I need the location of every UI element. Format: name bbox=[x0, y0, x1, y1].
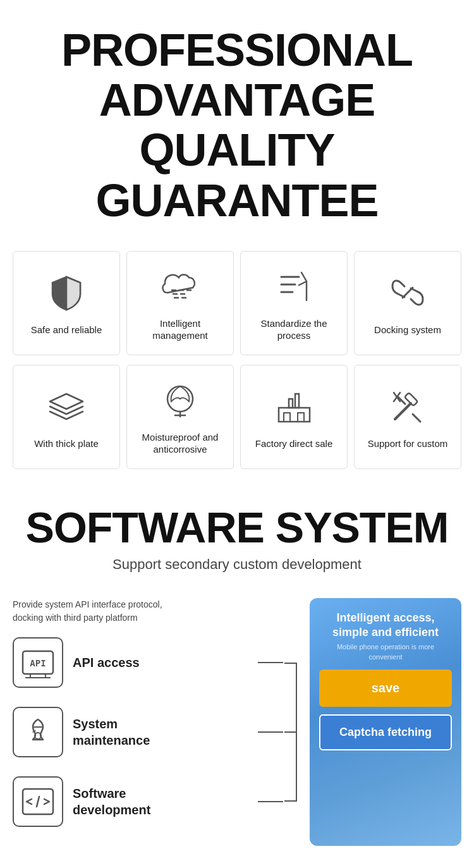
bottom-content: Provide system API interface protocol, d… bbox=[0, 598, 474, 865]
feature-software: Software development bbox=[13, 776, 297, 827]
tools-icon bbox=[386, 384, 430, 429]
svg-line-35 bbox=[37, 797, 39, 807]
svg-line-23 bbox=[413, 414, 420, 422]
svg-rect-18 bbox=[298, 413, 304, 422]
svg-line-21 bbox=[395, 403, 411, 419]
code-icon bbox=[20, 784, 56, 819]
shield-icon bbox=[44, 271, 88, 315]
cloud-settings-icon bbox=[158, 264, 202, 309]
maintenance-icon bbox=[20, 714, 56, 750]
row1-grid: Safe and reliable Intelligent management bbox=[0, 245, 474, 485]
svg-text:API: API bbox=[30, 658, 46, 668]
svg-line-11 bbox=[403, 288, 413, 298]
phone-card: Intelligent access, simple and efficient… bbox=[310, 598, 461, 846]
svg-rect-20 bbox=[295, 394, 299, 408]
checklist-icon bbox=[272, 264, 316, 309]
header-title: PROFESSIONAL ADVANTAGE QUALITY GUARANTEE bbox=[13, 25, 461, 226]
factory-icon bbox=[272, 384, 316, 429]
software-title: SOFTWARE SYSTEM bbox=[13, 504, 461, 551]
card-docking: Docking system bbox=[354, 251, 461, 355]
software-icon-box bbox=[13, 776, 63, 827]
connector-api bbox=[258, 662, 283, 663]
software-section: SOFTWARE SYSTEM Support secondary custom… bbox=[0, 485, 474, 598]
card-custom: Support for custom bbox=[354, 365, 461, 469]
card-intelligent: Intelligent management bbox=[126, 251, 234, 355]
layers-icon bbox=[44, 384, 88, 429]
software-subtitle: Support secondary custom development bbox=[13, 556, 461, 573]
card-factory: Factory direct sale bbox=[240, 365, 348, 469]
feature-label-api: API access bbox=[73, 654, 140, 671]
api-icon-box: API bbox=[13, 637, 63, 688]
left-features: Provide system API interface protocol, d… bbox=[13, 598, 297, 846]
phone-main-label: Intelligent access, simple and efficient bbox=[319, 611, 452, 640]
features-group: API API access bbox=[13, 637, 297, 827]
card-label-thick: With thick plate bbox=[34, 437, 99, 450]
api-icon: API bbox=[20, 645, 56, 680]
feature-label-software: Software development bbox=[73, 785, 150, 818]
row1-cards: Safe and reliable Intelligent management bbox=[13, 251, 461, 355]
captcha-button[interactable]: Captcha fetching bbox=[319, 714, 452, 750]
svg-marker-12 bbox=[50, 394, 83, 409]
svg-rect-22 bbox=[404, 393, 418, 406]
phone-sub-label: Mobile phone operation is more convenien… bbox=[319, 642, 452, 662]
card-label-safe: Safe and reliable bbox=[31, 324, 102, 336]
phone-top: Intelligent access, simple and efficient… bbox=[319, 611, 452, 663]
card-label-standardize: Standardize the process bbox=[247, 317, 341, 342]
card-standardize: Standardize the process bbox=[240, 251, 348, 355]
svg-rect-17 bbox=[284, 413, 290, 422]
svg-rect-19 bbox=[289, 399, 293, 408]
card-safe-reliable: Safe and reliable bbox=[13, 251, 120, 355]
connector-maintenance bbox=[258, 731, 283, 733]
link-icon bbox=[386, 271, 430, 315]
header-section: PROFESSIONAL ADVANTAGE QUALITY GUARANTEE bbox=[0, 0, 474, 245]
card-label-moisture: Moistureproof and anticorrosive bbox=[133, 431, 227, 456]
card-moistureproof: Moistureproof and anticorrosive bbox=[126, 365, 234, 469]
leaf-icon bbox=[158, 378, 202, 422]
save-button[interactable]: save bbox=[319, 669, 452, 707]
card-label-custom: Support for custom bbox=[368, 437, 448, 450]
card-label-factory: Factory direct sale bbox=[255, 437, 333, 450]
feature-maintenance: System maintenance bbox=[13, 707, 297, 757]
card-label-docking: Docking system bbox=[374, 324, 441, 336]
card-thick-plate: With thick plate bbox=[13, 365, 120, 469]
feature-label-maintenance: System maintenance bbox=[73, 716, 150, 749]
maintenance-icon-box bbox=[13, 707, 63, 757]
connector-software bbox=[258, 801, 283, 802]
row2-cards: With thick plate Moistureproof and antic… bbox=[13, 365, 461, 469]
feature-api: API API access bbox=[13, 637, 297, 688]
provide-text: Provide system API interface protocol, d… bbox=[13, 598, 297, 625]
card-label-intelligent: Intelligent management bbox=[133, 317, 227, 342]
